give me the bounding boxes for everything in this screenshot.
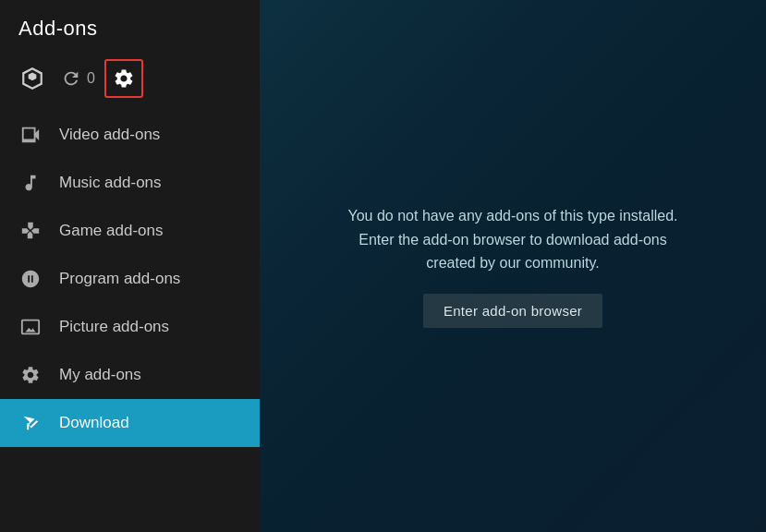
sidebar: Add-ons 0 <box>0 0 260 532</box>
toolbar: 0 <box>0 52 260 111</box>
sidebar-item-download[interactable]: Download <box>0 399 260 447</box>
enter-addon-browser-button[interactable]: Enter add-on browser <box>423 294 602 328</box>
video-icon <box>18 123 43 147</box>
sidebar-item-program[interactable]: Program add-ons <box>0 255 260 303</box>
package-button[interactable] <box>13 59 52 98</box>
music-icon <box>18 171 43 195</box>
download-label: Download <box>59 414 129 432</box>
refresh-icon <box>61 68 81 89</box>
music-label: Music add-ons <box>59 174 162 192</box>
video-label: Video add-ons <box>59 126 160 144</box>
package-icon <box>20 66 44 91</box>
gear-icon <box>113 67 135 90</box>
nav-menu: Video add-ons Music add-ons Game add-ons <box>0 111 260 532</box>
game-label: Game add-ons <box>59 222 163 240</box>
picture-icon <box>18 315 43 339</box>
sidebar-item-picture[interactable]: Picture add-ons <box>0 303 260 351</box>
sidebar-item-music[interactable]: Music add-ons <box>0 159 260 207</box>
gamepad-icon <box>18 219 43 243</box>
sidebar-item-game[interactable]: Game add-ons <box>0 207 260 255</box>
program-icon <box>18 267 43 291</box>
sidebar-item-video[interactable]: Video add-ons <box>0 111 260 159</box>
my-addons-icon <box>18 363 43 387</box>
main-panel: You do not have any add-ons of this type… <box>260 0 766 532</box>
update-counter: 0 <box>61 68 95 89</box>
program-label: Program add-ons <box>59 270 180 288</box>
picture-label: Picture add-ons <box>59 318 169 336</box>
download-nav-icon <box>18 411 43 435</box>
empty-state-message: You do not have any add-ons of this type… <box>328 204 698 275</box>
sidebar-item-my-addons[interactable]: My add-ons <box>0 351 260 399</box>
settings-button[interactable] <box>104 59 143 98</box>
my-addons-label: My add-ons <box>59 366 141 384</box>
page-title: Add-ons <box>0 0 260 52</box>
counter-value: 0 <box>87 70 95 87</box>
